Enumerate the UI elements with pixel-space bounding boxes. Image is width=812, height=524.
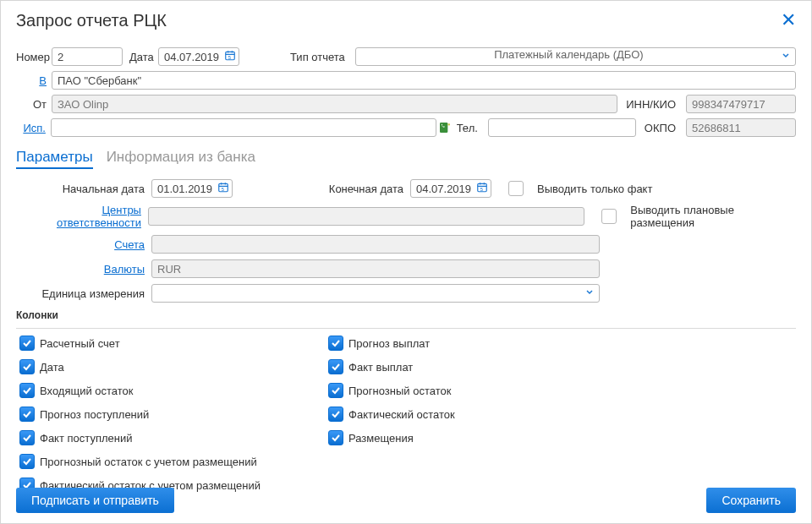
row-number-date-type: Номер Дата 5 Тип отчета Платежный календ… [16, 47, 796, 66]
svg-text:5: 5 [228, 55, 231, 60]
fact-only-label: Выводить только факт [537, 183, 652, 195]
row-start-end-date: Начальная дата 5 Конечная дата 5 Выводит… [16, 179, 796, 198]
row-accounts: Счета [16, 235, 796, 254]
footer: Подписать и отправить Сохранить [16, 488, 796, 513]
checkbox-label: Факт поступлений [40, 432, 132, 445]
calendar-icon[interactable]: 5 [476, 182, 488, 196]
tel-label: Тел. [457, 122, 483, 134]
row-unit: Единица измерения [16, 284, 796, 303]
number-input[interactable] [52, 47, 123, 66]
column-checkbox-item[interactable]: Факт выплат [328, 359, 455, 374]
okpo-input [686, 118, 796, 137]
svg-rect-6 [447, 123, 450, 125]
columns-left-list: Расчетный счетДатаВходящий остатокПрогно… [19, 336, 261, 493]
checkbox[interactable] [328, 383, 343, 398]
sign-send-button[interactable]: Подписать и отправить [16, 488, 174, 513]
fact-only-checkbox[interactable] [508, 181, 524, 196]
checkbox-label: Прогнозный остаток с учетом размещений [40, 456, 257, 468]
checkbox[interactable] [19, 359, 35, 374]
checkbox-label: Расчетный счет [40, 337, 120, 350]
date-label: Дата [129, 51, 158, 63]
tabs: Параметры Информация из банка [16, 149, 796, 169]
row-currencies: Валюты [16, 259, 796, 278]
plan-placements-label: Выводить плановые размещения [630, 204, 796, 229]
checkbox-label: Факт выплат [348, 361, 413, 374]
checkbox-label: Прогнозный остаток [348, 385, 451, 397]
inn-input [686, 95, 796, 113]
isp-input[interactable] [51, 118, 436, 137]
checkbox-label: Дата [40, 361, 64, 374]
tab-bank-info[interactable]: Информация из банка [107, 149, 255, 169]
end-date-label: Конечная дата [317, 183, 410, 195]
checkbox-label: Прогноз выплат [348, 337, 430, 350]
column-checkbox-item[interactable]: Расчетный счет [19, 336, 261, 351]
report-type-select[interactable]: Платежный календарь (ДБО) [355, 47, 796, 66]
column-checkbox-item[interactable]: Размещения [328, 430, 455, 445]
column-checkbox-item[interactable]: Факт поступлений [19, 430, 261, 445]
bank-label-link[interactable]: В [16, 74, 52, 87]
checkbox-label: Входящий остаток [40, 385, 134, 397]
close-icon[interactable]: ✕ [781, 11, 796, 30]
tab-parameters[interactable]: Параметры [16, 149, 93, 169]
checkbox[interactable] [19, 430, 35, 445]
divider [16, 328, 796, 329]
dialog-window: Запрос отчета РЦК ✕ Номер Дата 5 Тип отч… [0, 0, 812, 524]
checkbox[interactable] [328, 407, 343, 422]
column-checkbox-item[interactable]: Входящий остаток [19, 383, 261, 398]
save-button[interactable]: Сохранить [706, 488, 796, 513]
plan-placements-checkbox[interactable] [601, 209, 617, 224]
accounts-input[interactable] [151, 235, 600, 254]
row-from: От ИНН/КИО [16, 95, 796, 113]
resp-centers-input[interactable] [148, 207, 584, 226]
row-isp: Исп. Тел. ОКПО [16, 118, 796, 137]
checkbox[interactable] [328, 359, 343, 374]
tel-input[interactable] [488, 118, 636, 137]
checkbox-label: Прогноз поступлений [40, 408, 149, 421]
checkbox[interactable] [19, 336, 35, 351]
report-type-label: Тип отчета [290, 51, 350, 63]
row-bank: В [16, 71, 796, 90]
checkbox-label: Размещения [348, 432, 414, 445]
resp-centers-label-link[interactable]: Центры ответственности [16, 204, 148, 229]
columns-right-list: Прогноз выплатФакт выплатПрогнозный оста… [328, 336, 455, 493]
column-checkbox-item[interactable]: Прогнозный остаток [328, 383, 455, 398]
currencies-label-link[interactable]: Валюты [16, 263, 151, 276]
column-checkbox-item[interactable]: Прогнозный остаток с учетом размещений [19, 454, 261, 469]
inn-label: ИНН/КИО [626, 98, 681, 111]
row-resp-centers: Центры ответственности Выводить плановые… [16, 204, 796, 229]
currencies-input[interactable] [151, 259, 600, 278]
svg-text:5: 5 [222, 187, 224, 192]
from-input [52, 95, 617, 113]
svg-text:5: 5 [480, 187, 483, 192]
accounts-label-link[interactable]: Счета [16, 238, 151, 251]
calendar-icon[interactable]: 5 [217, 182, 229, 196]
svg-rect-5 [440, 123, 447, 133]
from-label: От [16, 98, 52, 111]
checkbox[interactable] [19, 407, 35, 422]
checkbox[interactable] [19, 383, 35, 398]
checkbox-label: Фактический остаток [348, 408, 455, 421]
column-checkbox-item[interactable]: Прогноз выплат [328, 336, 455, 351]
columns-section-label: Колонки [16, 309, 796, 321]
calendar-icon[interactable]: 5 [224, 50, 236, 64]
window-title: Запрос отчета РЦК [16, 11, 167, 30]
unit-select[interactable] [151, 284, 600, 303]
bank-input[interactable] [52, 71, 796, 90]
titlebar: Запрос отчета РЦК ✕ [16, 11, 796, 30]
columns-container: Расчетный счетДатаВходящий остатокПрогно… [16, 336, 796, 493]
start-date-label: Начальная дата [16, 183, 151, 195]
okpo-label: ОКПО [645, 122, 681, 134]
column-checkbox-item[interactable]: Фактический остаток [328, 407, 455, 422]
unit-label: Единица измерения [16, 287, 151, 300]
phone-book-icon[interactable] [438, 121, 452, 134]
number-label: Номер [16, 51, 52, 63]
isp-label-link[interactable]: Исп. [16, 122, 51, 134]
checkbox[interactable] [19, 454, 35, 469]
column-checkbox-item[interactable]: Прогноз поступлений [19, 407, 261, 422]
column-checkbox-item[interactable]: Дата [19, 359, 261, 374]
checkbox[interactable] [328, 430, 343, 445]
checkbox[interactable] [328, 336, 343, 351]
